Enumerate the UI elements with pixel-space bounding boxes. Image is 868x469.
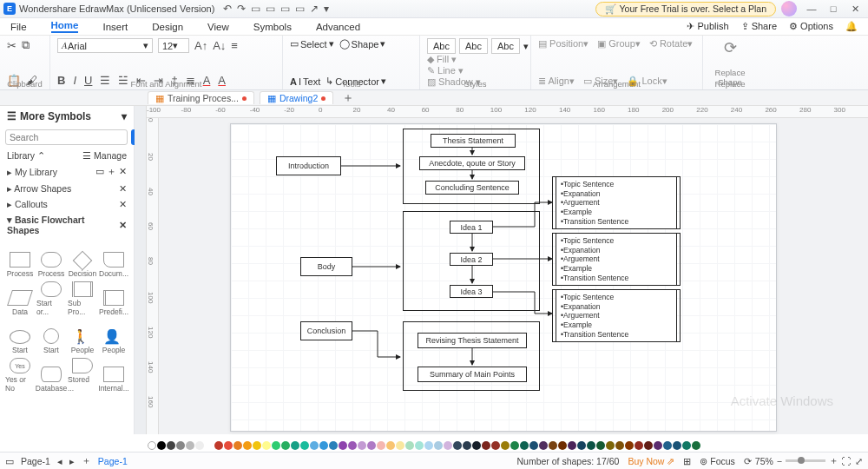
style-preset-a[interactable]: Abc	[427, 38, 456, 54]
shape-document[interactable]: Docum...	[99, 241, 128, 278]
line-button[interactable]: ✎ Line ▾	[427, 65, 464, 76]
color-swatch[interactable]	[396, 441, 404, 450]
zoom-in[interactable]: ＋	[829, 455, 838, 467]
font-size-combo[interactable]: 12 ▾	[158, 38, 189, 53]
position-button[interactable]: ▤ Position▾	[538, 38, 589, 50]
color-swatch[interactable]	[386, 441, 395, 450]
color-swatch[interactable]	[214, 441, 223, 450]
menu-design[interactable]: Design	[152, 22, 183, 32]
shape-people[interactable]: 🚶People	[68, 318, 97, 354]
buy-now-link[interactable]: Buy Now ⇗	[628, 456, 674, 466]
zoom-out[interactable]: −	[777, 456, 782, 466]
notify-icon[interactable]: 🔔	[845, 21, 858, 32]
select-tool[interactable]: ▭ Select ▾	[290, 38, 334, 50]
color-swatch[interactable]	[682, 441, 691, 450]
color-swatch[interactable]	[405, 441, 414, 450]
manage-button[interactable]: ☰ Manage	[82, 150, 127, 161]
color-swatch[interactable]	[673, 441, 681, 450]
print-icon[interactable]: ▭	[280, 3, 290, 15]
list-idea3[interactable]: •Topic Sentence•Expanation•Arguement•Exa…	[556, 289, 677, 342]
shape-internal[interactable]: Internal...	[99, 356, 128, 393]
minimize-button[interactable]: —	[802, 3, 821, 15]
styles-more-icon[interactable]: ▾	[523, 41, 529, 52]
shape-process[interactable]: Process	[5, 241, 35, 278]
color-swatch[interactable]	[310, 441, 319, 450]
color-swatch[interactable]	[272, 441, 280, 450]
add-tab-button[interactable]: ＋	[342, 90, 354, 106]
user-avatar[interactable]	[781, 1, 797, 17]
color-swatch[interactable]	[195, 441, 204, 450]
shape-database[interactable]: Database	[36, 356, 66, 393]
focus-button[interactable]: ⊚ Focus	[700, 456, 735, 466]
node-conclusion[interactable]: Conclusion	[300, 321, 352, 340]
color-swatch[interactable]	[606, 441, 615, 450]
node-revising[interactable]: Revising Thesis Statement	[418, 333, 527, 348]
shape-tool[interactable]: ◯ Shape ▾	[339, 38, 386, 50]
color-swatch[interactable]	[501, 441, 510, 450]
color-swatch[interactable]	[377, 441, 385, 450]
fill-button[interactable]: ◆ Fill ▾	[427, 54, 457, 65]
color-swatch[interactable]	[529, 441, 538, 450]
node-idea3[interactable]: Idea 3	[450, 285, 493, 298]
color-swatch[interactable]	[510, 441, 519, 450]
color-swatch[interactable]	[348, 441, 357, 450]
node-introduction[interactable]: Introduction	[276, 156, 341, 175]
menu-symbols[interactable]: Symbols	[253, 22, 292, 32]
color-swatch[interactable]	[291, 441, 299, 450]
close-button[interactable]: ✕	[845, 3, 865, 15]
share-button[interactable]: ⇪ Share	[741, 21, 777, 32]
color-swatch[interactable]	[472, 441, 481, 450]
zoom-slider[interactable]	[786, 459, 825, 462]
color-swatch[interactable]	[568, 441, 576, 450]
align-icon[interactable]: ≡	[231, 39, 238, 52]
color-swatch[interactable]	[463, 441, 471, 450]
open-icon[interactable]: ▭	[251, 3, 260, 15]
tab-drawing2[interactable]: ▦Drawing2	[260, 91, 333, 104]
shrink-font-icon[interactable]: A↓	[213, 39, 226, 52]
color-swatch[interactable]	[157, 441, 166, 450]
menu-file[interactable]: File	[10, 22, 27, 32]
section-arrow-shapes[interactable]: ▸ Arrow Shapes✕	[0, 181, 134, 196]
style-preset-b[interactable]: Abc	[459, 38, 488, 54]
color-bar[interactable]	[148, 439, 863, 452]
shape-people2[interactable]: 👤People	[99, 318, 128, 354]
group-button[interactable]: ▣ Group▾	[597, 38, 641, 50]
options-button[interactable]: ⚙ Options	[789, 21, 833, 32]
color-swatch[interactable]	[300, 441, 309, 450]
color-swatch[interactable]	[367, 441, 376, 450]
color-swatch[interactable]	[482, 441, 490, 450]
color-swatch[interactable]	[491, 441, 500, 450]
page-next[interactable]: ▸	[69, 456, 75, 466]
maximize-button[interactable]: □	[824, 3, 843, 15]
node-idea1[interactable]: Idea 1	[450, 221, 493, 234]
qat-more-icon[interactable]: ▾	[324, 3, 329, 15]
color-swatch[interactable]	[329, 441, 338, 450]
color-swatch[interactable]	[253, 441, 261, 450]
color-swatch[interactable]	[424, 441, 433, 450]
node-body[interactable]: Body	[300, 257, 352, 276]
fit-page-icon[interactable]: ⛶	[842, 456, 852, 466]
page-tab[interactable]: Page-1	[98, 456, 128, 466]
color-swatch[interactable]	[224, 441, 233, 450]
color-swatch[interactable]	[520, 441, 529, 450]
shape-start-or[interactable]: Start or...	[36, 280, 66, 316]
color-swatch[interactable]	[319, 441, 328, 450]
shape-stored[interactable]: Stored ...	[68, 356, 97, 393]
shape-data[interactable]: Data	[5, 280, 35, 316]
section-my-library[interactable]: ▸ My Library▭ ＋ ✕	[0, 163, 134, 181]
color-swatch[interactable]	[644, 441, 653, 450]
color-swatch[interactable]	[358, 441, 366, 450]
page-nav-icon[interactable]: ▭	[5, 456, 14, 466]
node-thesis[interactable]: Thesis Statement	[431, 134, 516, 148]
color-swatch[interactable]	[539, 441, 548, 450]
color-swatch[interactable]	[444, 441, 452, 450]
color-swatch[interactable]	[635, 441, 643, 450]
color-swatch[interactable]	[549, 441, 557, 450]
color-swatch[interactable]	[243, 441, 252, 450]
list-idea1[interactable]: •Topic Sentence•Expanation•Arguement•Exa…	[556, 176, 677, 229]
add-page[interactable]: ＋	[82, 455, 91, 467]
color-swatch[interactable]	[663, 441, 672, 450]
vertical-tool-strip[interactable]	[135, 106, 147, 434]
replace-shape-icon[interactable]: ⟳	[710, 38, 750, 57]
drawing-page[interactable]: Introduction Body Conclusion Thesis Stat…	[230, 123, 777, 432]
